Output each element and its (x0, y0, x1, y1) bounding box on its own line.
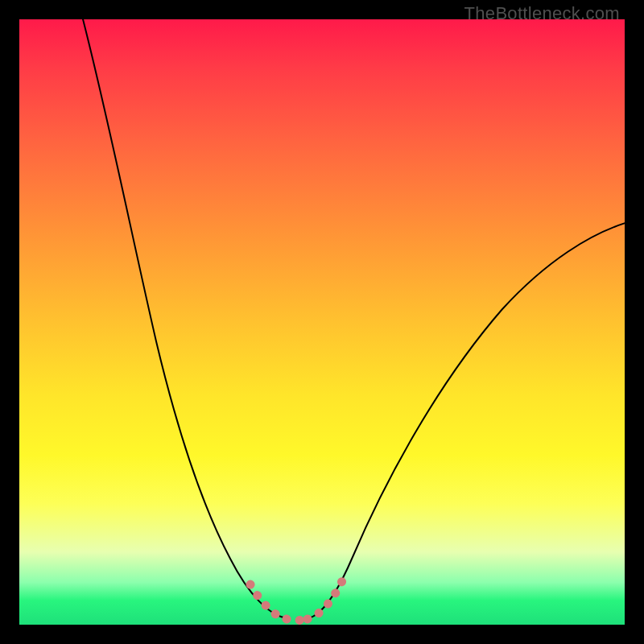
right-curve (309, 222, 625, 618)
left-curve (82, 19, 287, 618)
valley-dots-right (308, 572, 347, 619)
chart-svg (19, 19, 625, 625)
chart-plot-area (19, 19, 625, 625)
valley-dots-left (250, 584, 287, 619)
